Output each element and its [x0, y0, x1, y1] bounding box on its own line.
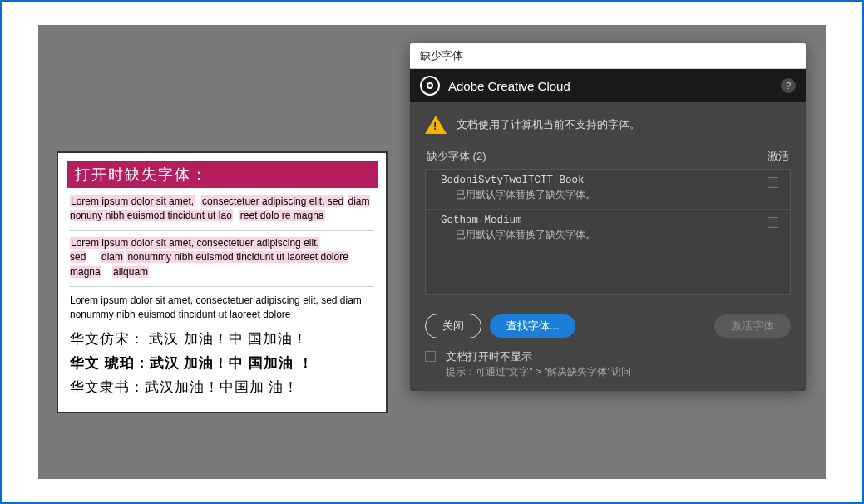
dialog-titlebar: 缺少字体 — [410, 43, 806, 69]
text-run: consectetuer adipiscing elit, sed — [201, 195, 344, 207]
paragraph-2: Lorem ipsum dolor sit amet, consectetuer… — [70, 236, 374, 279]
font-status: 已用默认字体替换了缺失字体。 — [441, 186, 768, 202]
dialog-content: 文档使用了计算机当前不支持的字体。 缺少字体 (2) 激活 BodoniSvty… — [410, 102, 806, 391]
list-header-right: 激活 — [768, 149, 789, 164]
help-button[interactable]: ? — [781, 78, 796, 93]
cn-sample-lishu: 华文隶书：武汉加油！中国加 油！ — [70, 378, 374, 397]
paragraph-3: Lorem ipsum dolor sit amet, consectetuer… — [70, 294, 374, 323]
dont-show-checkbox[interactable] — [425, 351, 436, 362]
activate-fonts-button: 激活字体 — [714, 314, 791, 338]
dont-show-option: 文档打开时不显示 提示：可通过"文字" > "解决缺失字体"访问 — [425, 350, 791, 379]
document-preview: 打开时缺失字体： Lorem ipsum dolor sit amet,cons… — [57, 151, 388, 413]
activate-checkbox[interactable] — [768, 217, 778, 228]
app-canvas: 打开时缺失字体： Lorem ipsum dolor sit amet,cons… — [38, 25, 826, 479]
font-status: 已用默认字体替换了缺失字体。 — [441, 226, 768, 242]
font-list-item[interactable]: Gotham-Medium 已用默认字体替换了缺失字体。 — [426, 210, 790, 249]
paragraph-1: Lorem ipsum dolor sit amet,consectetuer … — [70, 195, 374, 224]
font-name: BodoniSvtyTwoITCTT-Book — [441, 175, 768, 186]
missing-fonts-list: BodoniSvtyTwoITCTT-Book 已用默认字体替换了缺失字体。 G… — [425, 169, 791, 295]
text-run: reet dolo re magna — [239, 210, 325, 221]
screenshot-frame: 打开时缺失字体： Lorem ipsum dolor sit amet,cons… — [0, 0, 864, 504]
dialog-button-row: 关闭 查找字体... 激活字体 — [425, 314, 791, 338]
warning-row: 文档使用了计算机当前不支持的字体。 — [425, 116, 791, 134]
close-button[interactable]: 关闭 — [425, 314, 481, 338]
list-header-left: 缺少字体 (2) — [427, 149, 486, 164]
cn-sample-hupo: 华文 琥珀：武汉 加油！中 国加油 ！ — [70, 353, 374, 373]
find-fonts-button[interactable]: 查找字体... — [490, 314, 575, 338]
dont-show-label: 文档打开时不显示 — [446, 350, 631, 364]
text-run: aliquam — [112, 266, 149, 278]
font-name: Gotham-Medium — [441, 215, 768, 226]
document-body: Lorem ipsum dolor sit amet,consectetuer … — [67, 188, 378, 397]
text-run: Lorem ipsum dolor sit amet, — [70, 195, 195, 207]
warning-icon — [425, 116, 447, 134]
cn-sample-fangsong: 华文仿宋： 武汉 加油！中 国加油！ — [70, 329, 374, 348]
missing-fonts-dialog: 缺少字体 Adobe Creative Cloud ? 文档使用了计算机当前不支… — [410, 43, 806, 391]
document-title-bar: 打开时缺失字体： — [67, 161, 378, 188]
text-run: diam — [101, 251, 124, 263]
font-list-header: 缺少字体 (2) 激活 — [425, 149, 791, 169]
creative-cloud-header: Adobe Creative Cloud ? — [410, 69, 806, 102]
creative-cloud-title: Adobe Creative Cloud — [448, 79, 570, 93]
font-list-item[interactable]: BodoniSvtyTwoITCTT-Book 已用默认字体替换了缺失字体。 — [426, 170, 790, 210]
divider — [70, 286, 374, 287]
activate-checkbox[interactable] — [768, 177, 778, 188]
warning-text: 文档使用了计算机当前不支持的字体。 — [457, 117, 640, 132]
hint-text: 提示：可通过"文字" > "解决缺失字体"访问 — [446, 365, 631, 379]
divider — [70, 230, 374, 231]
creative-cloud-logo-icon — [420, 76, 440, 96]
